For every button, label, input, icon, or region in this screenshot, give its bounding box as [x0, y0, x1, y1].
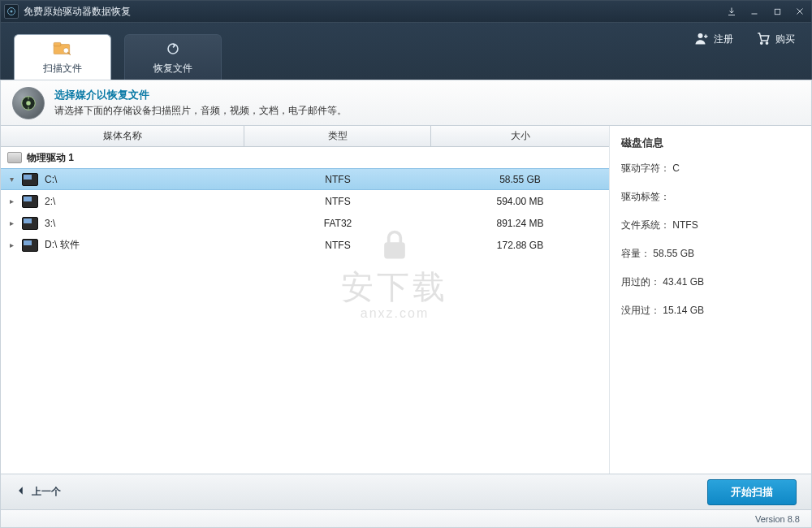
download-titlebar-icon[interactable]: [720, 1, 743, 22]
row-collapser-icon: ▸: [1, 197, 22, 206]
free-value: 15.14 GB: [663, 305, 704, 316]
folder-search-icon: [52, 40, 73, 60]
tab-recover-files[interactable]: 恢复文件: [124, 34, 222, 80]
window-title: 免费原始驱动器数据恢复: [24, 5, 131, 19]
drive-letter-value: C: [672, 162, 680, 174]
svg-point-11: [698, 33, 703, 38]
row-name: C:\: [45, 174, 244, 185]
buy-button[interactable]: 购买: [756, 31, 795, 48]
row-type: FAT32: [244, 218, 431, 229]
col-media-name[interactable]: 媒体名称: [1, 126, 244, 146]
drive-tag-label: 驱动标签：: [621, 191, 670, 202]
info-subtitle: 请选择下面的存储设备扫描照片，音频，视频，文档，电子邮件等。: [54, 104, 347, 118]
svg-point-1: [11, 11, 13, 13]
back-button[interactable]: 上一个: [15, 485, 61, 499]
drive-icon: [22, 173, 38, 186]
row-size: 594.00 MB: [431, 196, 609, 207]
fs-label: 文件系统：: [621, 219, 670, 231]
header-band: 扫描文件 恢复文件 注册 购买: [0, 23, 812, 80]
media-scan-icon: [12, 87, 45, 119]
drive-icon: [22, 217, 38, 230]
svg-point-15: [766, 42, 767, 44]
chevron-left-icon: [15, 485, 27, 499]
svg-point-17: [26, 101, 31, 106]
group-label: 物理驱动 1: [27, 151, 74, 165]
minimize-button[interactable]: [743, 1, 766, 22]
disk-info-pane: 磁盘信息 驱动字符： C 驱动标签： 文件系统： NTFS 容量： 58.55 …: [610, 126, 811, 474]
capacity-label: 容量：: [621, 248, 650, 259]
drive-icon: [22, 195, 38, 208]
row-name: 2:\: [45, 196, 244, 207]
table-body: 物理驱动 1 ▾C:\NTFS58.55 GB▸2:\NTFS594.00 MB…: [1, 147, 609, 474]
row-collapser-icon: ▸: [1, 240, 22, 249]
svg-rect-3: [775, 9, 780, 14]
tab-recover-label: 恢复文件: [153, 62, 192, 76]
col-type[interactable]: 类型: [244, 126, 431, 146]
fs-value: NTFS: [672, 219, 698, 231]
table-header: 媒体名称 类型 大小: [1, 126, 609, 147]
row-collapser-icon: ▾: [1, 175, 22, 184]
info-title: 选择媒介以恢复文件: [54, 88, 347, 102]
table-row[interactable]: ▸3:\FAT32891.24 MB: [1, 212, 609, 234]
version-label: Version 8.8: [755, 514, 800, 524]
back-label: 上一个: [32, 485, 61, 499]
tab-scan-files[interactable]: 扫描文件: [14, 34, 111, 80]
version-bar: Version 8.8: [0, 510, 812, 528]
row-name: D:\ 软件: [45, 238, 244, 252]
app-logo-icon: [4, 4, 19, 19]
svg-rect-7: [54, 42, 61, 45]
bottom-bar: 上一个 开始扫描: [0, 474, 812, 510]
drive-list-pane: 媒体名称 类型 大小 物理驱动 1 ▾C:\NTFS58.55 GB▸2:\NT…: [1, 126, 610, 474]
row-collapser-icon: ▸: [1, 219, 22, 227]
user-plus-icon: [694, 31, 709, 48]
register-button[interactable]: 注册: [694, 31, 733, 48]
row-type: NTFS: [244, 174, 431, 185]
disk-group-icon: [7, 152, 22, 163]
start-scan-button[interactable]: 开始扫描: [707, 479, 797, 505]
svg-point-14: [761, 42, 762, 44]
row-name: 3:\: [45, 218, 244, 229]
recover-icon: [162, 40, 184, 60]
table-row[interactable]: ▸D:\ 软件NTFS172.88 GB: [1, 234, 609, 256]
free-label: 没用过：: [621, 305, 660, 316]
table-row[interactable]: ▾C:\NTFS58.55 GB: [1, 168, 609, 190]
used-value: 43.41 GB: [663, 276, 704, 288]
row-type: NTFS: [244, 240, 431, 251]
table-row[interactable]: ▸2:\NTFS594.00 MB: [1, 190, 609, 212]
row-size: 172.88 GB: [431, 240, 609, 251]
maximize-button[interactable]: [766, 1, 788, 22]
cart-icon: [756, 31, 771, 48]
drive-letter-label: 驱动字符：: [621, 162, 670, 174]
col-size[interactable]: 大小: [431, 126, 609, 146]
close-button[interactable]: [788, 1, 811, 22]
row-size: 58.55 GB: [431, 174, 609, 185]
physical-drive-group[interactable]: 物理驱动 1: [1, 147, 609, 168]
capacity-value: 58.55 GB: [653, 248, 694, 259]
disk-info-title: 磁盘信息: [621, 136, 800, 150]
used-label: 用过的：: [621, 276, 660, 288]
register-label: 注册: [714, 32, 733, 46]
row-type: NTFS: [244, 196, 431, 207]
drive-icon: [22, 239, 38, 252]
row-size: 891.24 MB: [431, 218, 609, 229]
svg-point-10: [168, 44, 178, 54]
buy-label: 购买: [775, 32, 795, 46]
title-bar: 免费原始驱动器数据恢复: [0, 0, 812, 23]
info-strip: 选择媒介以恢复文件 请选择下面的存储设备扫描照片，音频，视频，文档，电子邮件等。: [0, 80, 812, 126]
tab-scan-label: 扫描文件: [43, 62, 82, 76]
